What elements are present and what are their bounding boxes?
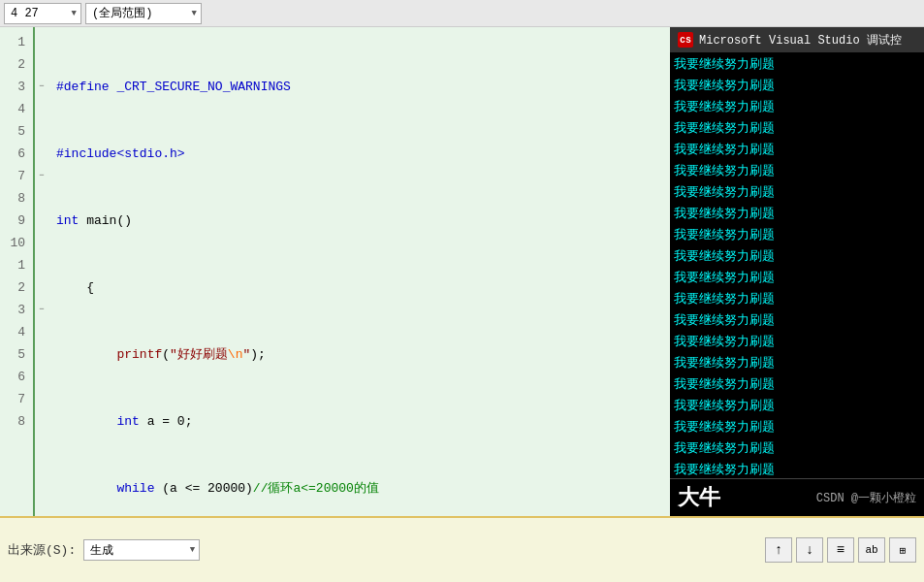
output-line: 我要继续努力刷题 — [674, 225, 920, 246]
output-line: 我要继续努力刷题 — [674, 374, 920, 396]
top-bar-left: 4 27 ▼ (全局范围) ▼ — [4, 3, 920, 24]
code-line-3: int main() — [56, 210, 670, 232]
line-selector-value: 4 27 — [11, 7, 39, 20]
code-content[interactable]: #define _CRT_SECURE_NO_WARNINGS #include… — [48, 27, 670, 516]
line-numbers: 1 2 3 4 5 6 7 8 9 10 1 2 3 4 5 6 7 8 — [0, 27, 35, 516]
output-line: 我要继续努力刷题 — [674, 268, 920, 289]
output-line: 我要继续努力刷题 — [674, 54, 920, 76]
code-line-2: #include<stdio.h> — [56, 143, 670, 165]
arrow-down-btn[interactable]: ↓ — [796, 537, 823, 563]
code-area: 1 2 3 4 5 6 7 8 9 10 1 2 3 4 5 6 7 8 — [0, 27, 670, 516]
code-line-7: while (a <= 20000)//循环a<=20000的值 — [56, 477, 670, 500]
main-content: 1 2 3 4 5 6 7 8 9 10 1 2 3 4 5 6 7 8 — [0, 27, 924, 516]
output-line: 我要继续努力刷题 — [674, 353, 920, 374]
line-selector-arrow: ▼ — [72, 9, 77, 18]
output-footer: 大牛 CSDN @一颗小橙粒 — [670, 478, 924, 516]
bottom-source-dropdown[interactable]: 生成 ▼ — [83, 539, 200, 561]
output-panel: cs Microsoft Visual Studio 调试控 我要继续努力刷题 … — [670, 27, 924, 516]
code-line-6: int a = 0; — [56, 410, 670, 433]
bottom-dropdown-arrow: ▼ — [190, 545, 195, 555]
output-line: 我要继续努力刷题 — [674, 438, 920, 460]
list-btn[interactable]: ≡ — [827, 537, 854, 563]
output-line: 我要继续努力刷题 — [674, 289, 920, 310]
scope-selector-arrow: ▼ — [192, 9, 197, 18]
code-line-1: #define _CRT_SECURE_NO_WARNINGS — [56, 76, 670, 98]
output-line: 我要继续努力刷题 — [674, 417, 920, 438]
output-line: 我要继续努力刷题 — [674, 204, 920, 225]
top-bar: 4 27 ▼ (全局范围) ▼ — [0, 0, 924, 27]
output-line: 我要继续努力刷题 — [674, 332, 920, 353]
output-line: 我要继续努力刷题 — [674, 140, 920, 161]
collapse-while[interactable]: − — [37, 165, 47, 187]
output-title-text: Microsoft Visual Studio 调试控 — [699, 32, 902, 48]
output-line: 我要继续努力刷题 — [674, 118, 920, 140]
footer-csdn: CSDN @一颗小橙粒 — [816, 490, 916, 506]
bottom-buttons: ↑ ↓ ≡ ab ⊞ — [765, 537, 916, 563]
output-line: 我要继续努力刷题 — [674, 97, 920, 118]
collapse-column: − − − — [35, 27, 48, 516]
arrow-up-btn[interactable]: ↑ — [765, 537, 792, 563]
output-line: 我要继续努力刷题 — [674, 161, 920, 182]
footer-daniu: 大牛 — [678, 483, 720, 512]
scope-selector-dropdown[interactable]: (全局范围) ▼ — [85, 3, 202, 24]
output-content: 我要继续努力刷题 我要继续努力刷题 我要继续努力刷题 我要继续努力刷题 我要继续… — [670, 52, 924, 478]
output-line: 我要继续努力刷题 — [674, 182, 920, 204]
bottom-bar: 出来源(S): 生成 ▼ ↑ ↓ ≡ ab ⊞ — [0, 516, 924, 582]
code-line-5: printf("好好刷题\n"); — [56, 343, 670, 366]
bottom-label: 出来源(S): — [8, 541, 76, 559]
output-line: 我要继续努力刷题 — [674, 396, 920, 417]
output-line: 我要继续努力刷题 — [674, 246, 920, 268]
editor-panel: 1 2 3 4 5 6 7 8 9 10 1 2 3 4 5 6 7 8 — [0, 27, 670, 516]
output-line: 我要继续努力刷题 — [674, 460, 920, 478]
scope-selector-value: (全局范围) — [92, 5, 152, 21]
output-title-bar: cs Microsoft Visual Studio 调试控 — [670, 27, 924, 52]
line-selector-dropdown[interactable]: 4 27 ▼ — [4, 3, 81, 24]
ab-btn[interactable]: ab — [858, 537, 885, 563]
output-line: 我要继续努力刷题 — [674, 76, 920, 97]
bottom-dropdown-value: 生成 — [90, 542, 113, 559]
output-line: 我要继续努力刷题 — [674, 310, 920, 332]
code-line-4: { — [56, 276, 670, 299]
collapse-main[interactable]: − — [37, 76, 47, 98]
format-btn[interactable]: ⊞ — [889, 537, 916, 563]
collapse-if[interactable]: − — [37, 299, 47, 321]
vs-icon: cs — [678, 32, 693, 48]
